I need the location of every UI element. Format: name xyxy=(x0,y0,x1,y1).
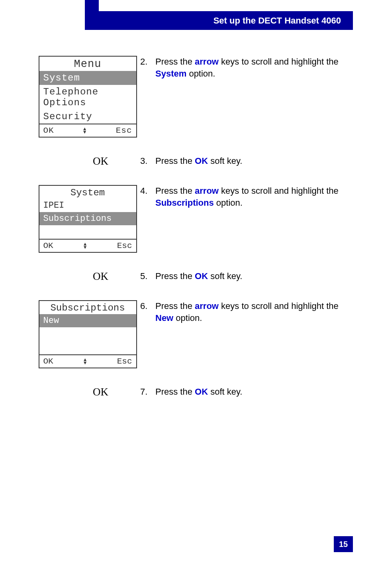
step-body: Press the OK soft key. xyxy=(155,155,353,167)
handset-screen-menu: Menu System Telephone Options Security O… xyxy=(39,56,137,138)
kw-arrow: arrow xyxy=(195,301,219,311)
menu-item-system: System xyxy=(39,71,136,85)
text: soft key. xyxy=(208,156,242,166)
text: keys to scroll and highlight the xyxy=(219,57,339,67)
step-4-figure-col: System IPEI Subscriptions OK ▲▼ Esc xyxy=(35,185,140,253)
screen-list: New xyxy=(39,314,136,354)
softkey-row: OK ▲▼ Esc xyxy=(39,354,136,368)
ok-key-label: OK xyxy=(93,155,108,167)
screen-list: IPEI Subscriptions xyxy=(39,199,136,239)
handset-screen-system: System IPEI Subscriptions OK ▲▼ Esc xyxy=(39,185,137,253)
softkey-esc: Esc xyxy=(117,357,132,366)
step-2-figure-col: Menu System Telephone Options Security O… xyxy=(35,56,140,138)
step-5-text: 5. Press the OK soft key. xyxy=(140,270,353,282)
step-number: 6. xyxy=(140,300,155,324)
step-body: Press the arrow keys to scroll and highl… xyxy=(155,300,353,324)
content: Menu System Telephone Options Security O… xyxy=(35,56,353,416)
step-body: Press the arrow keys to scroll and highl… xyxy=(155,56,353,79)
screen-title: Menu xyxy=(39,57,136,71)
text: Press the xyxy=(155,186,195,196)
softkey-ok: OK xyxy=(43,126,54,135)
step-number: 5. xyxy=(140,270,155,282)
softkey-row: OK ▲▼ Esc xyxy=(39,124,136,137)
menu-item-subscriptions: Subscriptions xyxy=(39,212,136,225)
text: Press the xyxy=(155,387,195,397)
menu-item-telephone-options: Telephone Options xyxy=(39,85,136,110)
step-6-text: 6. Press the arrow keys to scroll and hi… xyxy=(140,300,353,324)
kw-arrow: arrow xyxy=(195,57,219,67)
screen-title: Subscriptions xyxy=(39,301,136,314)
menu-item-new: New xyxy=(39,314,136,327)
empty-row xyxy=(39,225,136,239)
softkey-ok: OK xyxy=(43,357,53,366)
text: Press the xyxy=(155,57,195,67)
page-number: 15 xyxy=(334,536,353,552)
step-3-row: OK 3. Press the OK soft key. xyxy=(35,155,353,167)
step-4-row: System IPEI Subscriptions OK ▲▼ Esc 4. P… xyxy=(35,185,353,253)
step-number: 4. xyxy=(140,185,155,208)
menu-item-ipei: IPEI xyxy=(39,199,136,212)
text: soft key. xyxy=(208,387,242,397)
text: Press the xyxy=(155,156,195,166)
menu-item-security: Security xyxy=(39,110,136,124)
screen-title: System xyxy=(39,186,136,199)
section-header: Set up the DECT Handset 4060 xyxy=(99,11,353,30)
step-6-figure-col: Subscriptions New OK ▲▼ Esc xyxy=(35,300,140,368)
text: option. xyxy=(173,313,202,323)
text: keys to scroll and highlight the xyxy=(219,186,339,196)
text: Press the xyxy=(155,301,195,311)
step-5-row: OK 5. Press the OK soft key. xyxy=(35,270,353,283)
text: option. xyxy=(186,69,215,79)
ok-key-label: OK xyxy=(93,386,108,398)
kw-new: New xyxy=(155,313,173,323)
step-body: Press the arrow keys to scroll and highl… xyxy=(155,185,353,208)
kw-subscriptions: Subscriptions xyxy=(155,198,214,208)
softkey-row: OK ▲▼ Esc xyxy=(39,239,136,252)
nav-up-down-icon: ▲▼ xyxy=(84,358,86,365)
kw-ok: OK xyxy=(195,156,208,166)
text: Press the xyxy=(155,271,195,281)
softkey-esc: Esc xyxy=(116,126,132,135)
nav-up-down-icon: ▲▼ xyxy=(83,128,86,134)
step-5-key-col: OK xyxy=(35,270,140,283)
empty-row xyxy=(39,327,136,341)
text: keys to scroll and highlight the xyxy=(219,301,339,311)
step-4-text: 4. Press the arrow keys to scroll and hi… xyxy=(140,185,353,208)
step-7-text: 7. Press the OK soft key. xyxy=(140,386,353,398)
step-2-text: 2. Press the arrow keys to scroll and hi… xyxy=(140,56,353,79)
nav-up-down-icon: ▲▼ xyxy=(84,243,86,249)
kw-system: System xyxy=(155,69,186,79)
step-body: Press the OK soft key. xyxy=(155,270,353,282)
handset-screen-subscriptions: Subscriptions New OK ▲▼ Esc xyxy=(39,300,137,368)
step-2-row: Menu System Telephone Options Security O… xyxy=(35,56,353,138)
screen-list: System Telephone Options Security xyxy=(39,71,136,124)
ok-key-label: OK xyxy=(93,270,108,283)
step-number: 2. xyxy=(140,56,155,79)
step-body: Press the OK soft key. xyxy=(155,386,353,398)
header-sidebar xyxy=(85,0,99,30)
kw-ok: OK xyxy=(195,387,208,397)
kw-arrow: arrow xyxy=(195,186,219,196)
step-number: 7. xyxy=(140,386,155,398)
step-6-row: Subscriptions New OK ▲▼ Esc 6. Press the… xyxy=(35,300,353,368)
step-3-text: 3. Press the OK soft key. xyxy=(140,155,353,167)
softkey-ok: OK xyxy=(43,241,53,250)
empty-row xyxy=(39,341,136,354)
text: soft key. xyxy=(208,271,242,281)
softkey-esc: Esc xyxy=(117,241,132,250)
step-7-key-col: OK xyxy=(35,386,140,398)
step-7-row: OK 7. Press the OK soft key. xyxy=(35,386,353,398)
step-number: 3. xyxy=(140,155,155,167)
kw-ok: OK xyxy=(195,271,208,281)
text: option. xyxy=(214,198,243,208)
step-3-key-col: OK xyxy=(35,155,140,167)
